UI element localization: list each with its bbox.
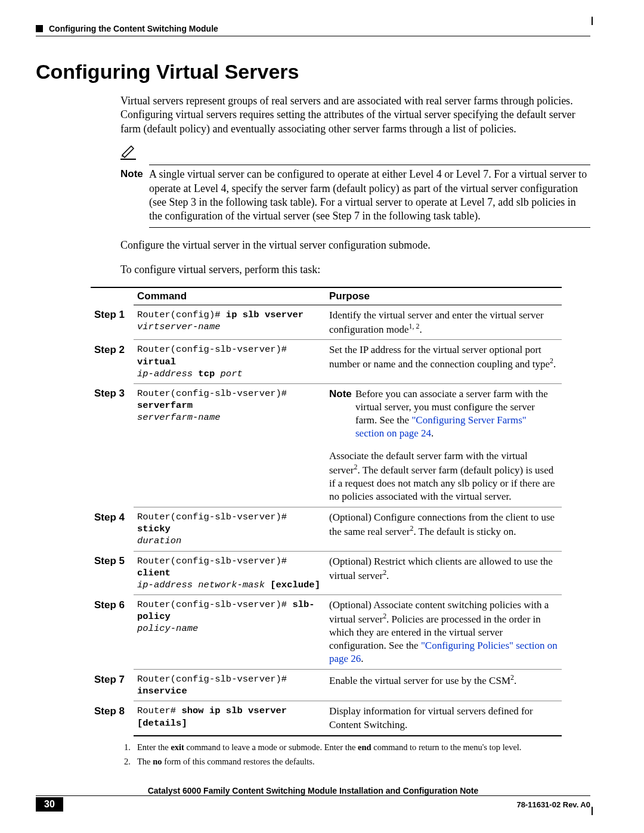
table-row: Step 3 Router(config-slb-vserver)# serve… [91, 383, 562, 507]
note-block: Note A single virtual server can be conf… [36, 145, 590, 228]
purpose-cell: Display information for virtual servers … [326, 701, 562, 736]
footnote-2: 2. The no form of this command restores … [124, 755, 590, 767]
pretable-line-1: Configure the virtual server in the virt… [120, 239, 590, 252]
step-label: Step 6 [91, 595, 134, 670]
header-square-icon [36, 25, 43, 32]
footer-doc-title: Catalyst 6000 Family Content Switching M… [144, 786, 482, 795]
step-label: Step 3 [91, 383, 134, 507]
command-cell: Router(config-slb-vserver)# sticky durat… [134, 507, 326, 551]
purpose-cell: (Optional) Restrict which clients are al… [326, 551, 562, 594]
note-label: Note [120, 168, 149, 180]
table-head-purpose: Purpose [326, 287, 562, 305]
note-pencil-icon [120, 145, 136, 160]
step-label: Step 5 [91, 551, 134, 594]
table-row: Step 4 Router(config-slb-vserver)# stick… [91, 507, 562, 551]
table-row: Step 8 Router# show ip slb vserver [deta… [91, 701, 562, 736]
step-label: Step 7 [91, 670, 134, 701]
page: Configuring the Content Switching Module… [0, 0, 644, 833]
purpose-cell: Note Before you can associate a server f… [326, 383, 562, 507]
step-label: Step 1 [91, 305, 134, 340]
table-row: Step 6 Router(config-slb-vserver)# slb-p… [91, 595, 562, 670]
running-header: Configuring the Content Switching Module [36, 24, 590, 33]
header-section-title: Configuring the Content Switching Module [49, 24, 218, 33]
intro-paragraph: Virtual servers represent groups of real… [120, 94, 590, 136]
command-cell: Router(config-slb-vserver)# client ip-ad… [134, 551, 326, 594]
command-cell: Router(config-slb-vserver)# serverfarm s… [134, 383, 326, 507]
inline-note-label: Note [329, 388, 355, 440]
purpose-cell: (Optional) Configure connections from th… [326, 507, 562, 551]
step-label: Step 2 [91, 340, 134, 383]
footnotes: 1. Enter the exit command to leave a mod… [124, 741, 590, 768]
purpose-cell: Identify the virtual server and enter th… [326, 305, 562, 340]
crop-mark [592, 17, 593, 25]
purpose-cell: Enable the virtual server for use by the… [326, 670, 562, 701]
pretable-line-2: To configure virtual servers, perform th… [120, 263, 590, 277]
table-row: Step 7 Router(config-slb-vserver)# inser… [91, 670, 562, 701]
page-number: 30 [36, 797, 63, 812]
step-label: Step 4 [91, 507, 134, 551]
note-text: A single virtual server can be configure… [149, 168, 590, 224]
step-label: Step 8 [91, 701, 134, 736]
table-head-command: Command [134, 287, 326, 305]
table-row: Step 5 Router(config-slb-vserver)# clien… [91, 551, 562, 594]
command-cell: Router(config-slb-vserver)# virtual ip-a… [134, 340, 326, 383]
header-rule [36, 36, 590, 36]
page-footer: Catalyst 6000 Family Content Switching M… [36, 792, 590, 812]
crop-mark [592, 807, 593, 815]
doc-id: 78-11631-02 Rev. A0 [516, 800, 590, 809]
page-title: Configuring Virtual Servers [36, 60, 590, 83]
table-row: Step 2 Router(config-slb-vserver)# virtu… [91, 340, 562, 383]
note-bottom-rule [149, 227, 590, 228]
table-row: Step 1 Router(config)# ip slb vserver vi… [91, 305, 562, 340]
footer-rule [36, 795, 590, 796]
inline-note-body: Before you can associate a server farm w… [355, 388, 556, 440]
command-cell: Router(config)# ip slb vserver virtserve… [134, 305, 326, 340]
footnote-1: 1. Enter the exit command to leave a mod… [124, 741, 590, 753]
command-cell: Router(config-slb-vserver)# inservice [134, 670, 326, 701]
purpose-cell: Set the IP address for the virtual serve… [326, 340, 562, 383]
command-cell: Router# show ip slb vserver [details] [134, 701, 326, 736]
task-table: Command Purpose Step 1 Router(config)# i… [91, 287, 562, 736]
purpose-cell: (Optional) Associate content switching p… [326, 595, 562, 670]
command-cell: Router(config-slb-vserver)# slb-policy p… [134, 595, 326, 670]
